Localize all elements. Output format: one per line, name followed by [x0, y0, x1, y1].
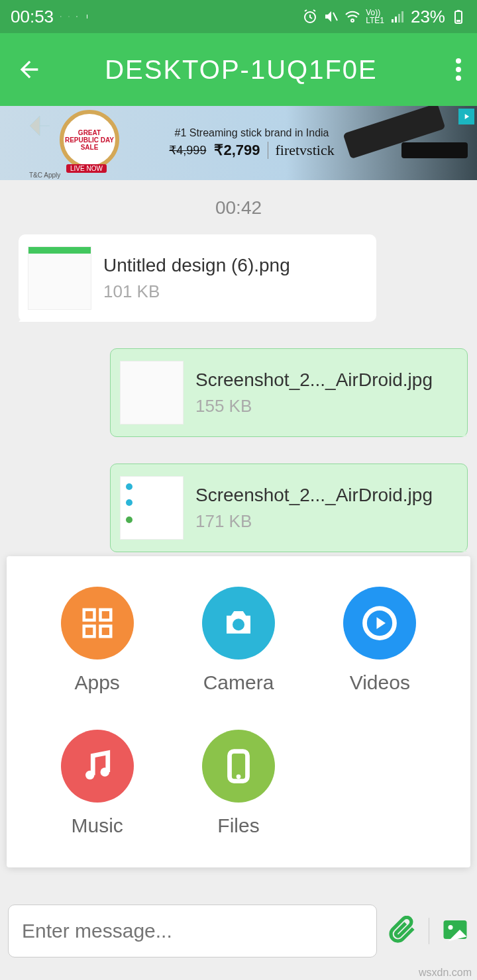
- status-time: 00:53: [11, 7, 54, 27]
- camera-icon: [202, 587, 275, 660]
- image-icon: [68, 16, 70, 17]
- attach-button[interactable]: [389, 916, 417, 946]
- attach-music[interactable]: Music: [26, 730, 168, 837]
- ad-tc-label: T&C Apply: [29, 172, 60, 179]
- svg-rect-10: [456, 20, 460, 22]
- image-button[interactable]: [441, 916, 469, 946]
- file-name: Screenshot_2..._AirDroid.jpg: [195, 369, 433, 391]
- svg-line-4: [333, 13, 337, 21]
- file-size: 155 KB: [195, 396, 433, 416]
- app-bar: DESKTOP-1UQ1F0E: [0, 33, 477, 106]
- ad-text: #1 Streaming stick brand in India ₹4,999…: [169, 127, 334, 159]
- ad-product-image2: [401, 142, 468, 158]
- message-input[interactable]: [8, 905, 377, 957]
- videos-icon: [343, 587, 416, 660]
- battery-icon: [450, 9, 466, 24]
- svg-rect-5: [392, 19, 394, 23]
- attach-files[interactable]: Files: [168, 730, 309, 837]
- youtube-icon: [76, 16, 78, 17]
- svg-rect-13: [100, 610, 111, 620]
- status-bar: 00:53 Vo))LTE1 23%: [0, 0, 477, 33]
- ad-banner[interactable]: GREAT REPUBLIC DAY SALE LIVE NOW T&C App…: [0, 106, 477, 180]
- status-right: Vo))LTE1 23%: [302, 7, 466, 27]
- status-left: 00:53: [11, 7, 87, 27]
- battery-percent: 23%: [411, 7, 445, 27]
- svg-point-18: [85, 771, 95, 780]
- file-size: 171 KB: [195, 511, 433, 532]
- alarm-icon: [302, 9, 318, 24]
- page-title: DESKTOP-1UQ1F0E: [26, 55, 456, 85]
- ad-new-price: ₹2,799: [214, 142, 260, 159]
- watermark: wsxdn.com: [419, 967, 472, 979]
- input-bar: [8, 905, 469, 957]
- svg-rect-14: [83, 626, 94, 637]
- chat-timestamp: 00:42: [9, 197, 468, 219]
- message-sent[interactable]: Screenshot_2..._AirDroid.jpg 155 KB: [110, 348, 468, 437]
- attach-label: Apps: [74, 671, 119, 694]
- file-size: 101 KB: [103, 281, 290, 302]
- ad-old-price: ₹4,999: [169, 143, 206, 158]
- svg-point-21: [237, 774, 241, 779]
- attachment-panel: Apps Camera Videos Music Files: [7, 556, 470, 867]
- wifi-icon: [344, 9, 360, 24]
- attach-videos[interactable]: Videos: [309, 587, 450, 694]
- attach-apps[interactable]: Apps: [26, 587, 168, 694]
- ad-badge-text: GREAT REPUBLIC DAY SALE: [64, 129, 115, 151]
- svg-rect-12: [83, 610, 94, 620]
- file-name: Untitled design (6).png: [103, 255, 290, 276]
- ad-live-label: LIVE NOW: [66, 164, 107, 173]
- file-thumbnail: [28, 246, 91, 310]
- chat-area: 00:42 Untitled design (6).png 101 KB Scr…: [0, 180, 477, 552]
- message-received[interactable]: Untitled design (6).png 101 KB: [19, 234, 376, 322]
- attach-camera[interactable]: Camera: [168, 587, 309, 694]
- attach-label: Files: [217, 814, 259, 837]
- svg-rect-7: [398, 14, 400, 23]
- svg-point-23: [449, 925, 453, 930]
- attach-label: Camera: [203, 671, 274, 694]
- svg-rect-8: [401, 11, 403, 23]
- menu-icon[interactable]: [456, 56, 461, 83]
- signal-icon: [390, 9, 405, 24]
- svg-rect-6: [395, 17, 397, 23]
- apps-icon: [61, 587, 134, 660]
- music-icon: [61, 730, 134, 803]
- ad-brand: firetvstick: [268, 142, 334, 159]
- volte-icon: Vo))LTE1: [366, 9, 384, 24]
- ad-tagline: #1 Streaming stick brand in India: [169, 127, 334, 139]
- ad-info-icon[interactable]: [458, 109, 474, 124]
- attach-label: Videos: [350, 671, 410, 694]
- svg-rect-11: [457, 10, 460, 11]
- svg-point-19: [100, 767, 109, 777]
- files-icon: [202, 730, 275, 803]
- divider: [429, 918, 429, 944]
- file-thumbnail: [120, 361, 184, 424]
- file-name: Screenshot_2..._AirDroid.jpg: [195, 485, 433, 506]
- svg-rect-15: [100, 626, 111, 637]
- file-thumbnail: [120, 476, 184, 540]
- mute-icon: [323, 9, 339, 24]
- svg-rect-0: [68, 16, 69, 17]
- message-sent[interactable]: Screenshot_2..._AirDroid.jpg 171 KB: [110, 464, 468, 552]
- svg-point-16: [233, 618, 244, 630]
- ad-badge: GREAT REPUBLIC DAY SALE: [60, 110, 119, 170]
- send-icon: [60, 16, 62, 17]
- attach-label: Music: [71, 814, 123, 837]
